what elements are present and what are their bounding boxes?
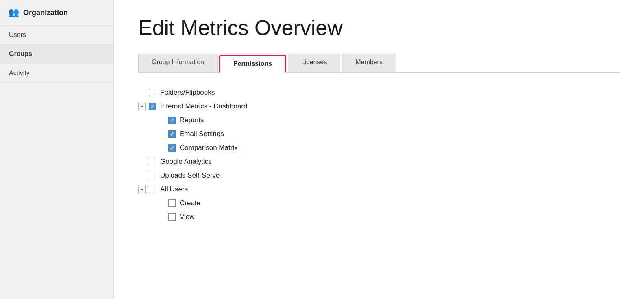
sidebar-nav: Users Groups Activity [0, 26, 113, 83]
tab-members[interactable]: Members [342, 54, 396, 72]
perm-row-all-users: − All Users [138, 182, 620, 196]
checkbox-reports[interactable] [168, 117, 176, 124]
sidebar: 👥 Organization Users Groups Activity [0, 0, 114, 299]
expand-internal-metrics[interactable]: − [138, 103, 146, 110]
sidebar-item-users[interactable]: Users [0, 26, 113, 45]
organization-icon: 👥 [8, 7, 19, 18]
perm-label-folders-flipbooks: Folders/Flipbooks [160, 89, 215, 97]
perm-label-uploads-self-serve: Uploads Self-Serve [160, 171, 220, 180]
perm-label-email-settings: Email Settings [180, 130, 224, 138]
checkbox-view[interactable] [168, 213, 176, 221]
perm-label-comparison-matrix: Comparison Matrix [180, 144, 238, 152]
perm-row-uploads-self-serve: Uploads Self-Serve [138, 169, 620, 182]
expand-placeholder-folders [138, 89, 146, 96]
expand-placeholder-uploads [138, 172, 146, 179]
checkbox-all-users[interactable] [149, 186, 156, 193]
perm-row-reports: Reports [138, 113, 620, 127]
perm-label-view: View [180, 213, 195, 221]
expand-placeholder-comparison [158, 144, 165, 152]
expand-placeholder-view [158, 213, 165, 221]
expand-all-users[interactable]: − [138, 186, 146, 193]
checkbox-comparison-matrix[interactable] [168, 144, 176, 152]
expand-placeholder-create [158, 199, 165, 207]
perm-row-view: View [138, 210, 620, 224]
perm-row-email-settings: Email Settings [138, 127, 620, 141]
checkbox-create[interactable] [168, 199, 176, 207]
perm-label-google-analytics: Google Analytics [160, 158, 212, 166]
expand-placeholder-email [158, 130, 165, 138]
checkbox-google-analytics[interactable] [149, 158, 156, 165]
tab-licenses[interactable]: Licenses [288, 54, 340, 72]
checkbox-uploads-self-serve[interactable] [149, 172, 156, 179]
tab-group-information[interactable]: Group Information [138, 54, 218, 72]
perm-label-internal-metrics: Internal Metrics - Dashboard [160, 102, 247, 110]
perm-row-folders-flipbooks: Folders/Flipbooks [138, 86, 620, 100]
expand-placeholder-reports [158, 117, 165, 124]
perm-label-reports: Reports [180, 116, 204, 124]
main-content: Edit Metrics Overview Group Information … [114, 0, 644, 299]
perm-row-create: Create [138, 196, 620, 210]
tabs-container: Group Information Permissions Licenses M… [138, 54, 620, 73]
sidebar-item-groups[interactable]: Groups [0, 45, 113, 64]
perm-label-create: Create [180, 199, 200, 207]
checkbox-internal-metrics[interactable] [149, 103, 156, 110]
perm-row-internal-metrics: − Internal Metrics - Dashboard [138, 100, 620, 113]
tab-permissions[interactable]: Permissions [219, 55, 286, 73]
perm-label-all-users: All Users [160, 185, 188, 193]
sidebar-header: 👥 Organization [0, 0, 113, 26]
checkbox-email-settings[interactable] [168, 130, 176, 138]
expand-placeholder-google [138, 158, 146, 165]
perm-row-google-analytics: Google Analytics [138, 155, 620, 169]
sidebar-title: Organization [23, 9, 68, 17]
sidebar-item-activity[interactable]: Activity [0, 64, 113, 83]
page-title: Edit Metrics Overview [138, 16, 620, 39]
checkbox-folders-flipbooks[interactable] [149, 89, 156, 96]
perm-row-comparison-matrix: Comparison Matrix [138, 141, 620, 155]
permissions-list: Folders/Flipbooks − Internal Metrics - D… [138, 86, 620, 224]
